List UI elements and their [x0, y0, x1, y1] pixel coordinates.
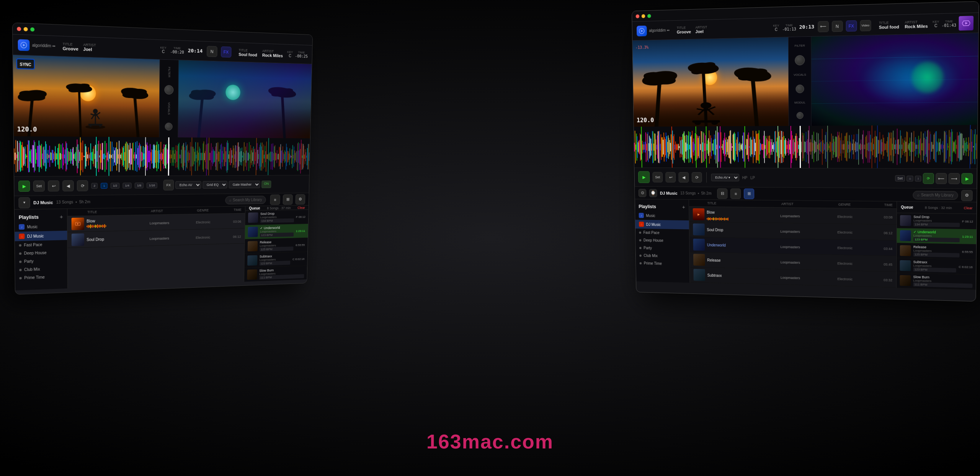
front-clear-btn[interactable]: Clear — [964, 206, 973, 210]
front-tempo-btn[interactable]: ↕ — [915, 176, 921, 181]
back-fx-btn[interactable]: FX — [221, 46, 231, 57]
front-filter-btn[interactable]: ⊟ — [717, 188, 728, 199]
back-grid-view-btn[interactable]: ⊞ — [283, 194, 293, 205]
front-close-btn[interactable] — [636, 14, 640, 18]
front-n-btn[interactable]: N — [832, 21, 843, 32]
svg-rect-46 — [104, 224, 105, 228]
svg-rect-31 — [87, 225, 87, 227]
back-queue-item-release[interactable]: Release Loopmasters 125 BPM 6:55:55 — [245, 238, 308, 254]
front-play-btn[interactable]: ▶ — [638, 171, 650, 183]
front-collapse-btn[interactable]: ⊙ — [639, 189, 647, 197]
front-loop-back-btn[interactable]: ↩ — [665, 172, 676, 183]
front-search-box[interactable]: ⌕ Search My Library — [913, 191, 958, 199]
front-settings-btn[interactable]: ⚙ — [961, 190, 973, 201]
back-loop-quarter[interactable]: 1/4 — [122, 183, 131, 188]
front-clock-btn[interactable]: ⌚ — [649, 189, 657, 197]
svg-rect-82 — [714, 218, 715, 220]
back-queue-item-slow-burn[interactable]: Slow Burn Loopmasters 111 BPM — [244, 266, 307, 282]
front-queue-item-slow-burn[interactable]: Slow Burn Loopmasters 111 BPM — [897, 273, 976, 290]
back-on-btn[interactable]: ON — [261, 181, 271, 188]
back-track-row-soul-drop[interactable]: Soul Drop Loopmasters Electronic 06:12 — [67, 228, 245, 248]
back-left-artist-value: Joel — [83, 47, 96, 52]
back-play-btn[interactable]: ▶ — [18, 181, 30, 192]
front-add-playlist-btn[interactable]: + — [682, 204, 685, 210]
front-filter-knob[interactable] — [795, 55, 805, 65]
back-search-box[interactable]: ⌕ Search My Library — [225, 196, 266, 204]
back-loop-1[interactable]: 1 — [101, 183, 108, 188]
front-dot-party — [639, 247, 642, 249]
front-set-btn[interactable]: Set — [652, 172, 663, 182]
back-settings-btn[interactable]: ⚙ — [296, 194, 305, 204]
front-prev-cue-btn[interactable]: ◀ — [678, 172, 689, 183]
back-playlist-prime-time[interactable]: Prime Time — [15, 272, 67, 282]
back-echo-select[interactable]: Echo AV — [175, 181, 201, 189]
front-queue-item-soul-drop[interactable]: Soul Drop Loopmasters 134 BPM F 06:12 — [897, 213, 977, 229]
back-playlist-music[interactable]: ♪ Music — [15, 222, 67, 232]
front-playlist-fast-pace[interactable]: Fast Pace — [635, 228, 689, 237]
front-queue-panel: Queue 8 Songs · 32 min Clear Soul Drop L… — [896, 202, 977, 290]
front-music-icon: ♪ — [639, 213, 644, 218]
back-grid-select[interactable]: Grid EQ — [203, 181, 227, 189]
back-fx-load-btn[interactable]: FX — [163, 180, 174, 191]
front-grid-view-btn[interactable]: ⊞ — [744, 188, 754, 199]
back-filter-knob[interactable] — [164, 85, 173, 95]
back-loop-toggle-btn[interactable]: ⟳ — [77, 180, 88, 191]
front-fx-btn[interactable]: FX — [846, 20, 857, 31]
front-playlist-party[interactable]: Party — [636, 244, 689, 253]
back-queue-item-subtraxx[interactable]: Subtraxx Loopmasters 123 BPM C 6:02:16 — [245, 252, 308, 268]
back-queue-item-underworld[interactable]: ✓ Underworld Loopmasters 123 BPM 1:23:11 — [245, 224, 308, 240]
back-queue-item-soul-drop[interactable]: Soul Drop Loopmasters 134 BPM F 06:12 — [245, 210, 308, 225]
front-minimize-btn[interactable] — [642, 14, 645, 18]
back-gate-select[interactable]: Gate Masher — [229, 181, 260, 188]
front-playlist-prime-time[interactable]: Prime Time — [636, 259, 689, 268]
front-maximize-btn[interactable] — [647, 14, 651, 18]
back-playlist-panel: Playlists + ♪ Music ♫ DJ Music Fast Pace — [15, 209, 68, 290]
front-fx-select-echo[interactable]: Echo AV ▾ — [711, 174, 739, 181]
front-vocals-knob[interactable] — [795, 85, 804, 93]
back-collapse-btn[interactable]: ▼ — [18, 197, 30, 208]
svg-rect-76 — [708, 217, 709, 220]
back-playlist-dj-music[interactable]: ♫ DJ Music — [15, 231, 67, 241]
front-center-mixer: FILTER VOCALS MODUL — [788, 37, 812, 126]
front-modul-knob[interactable] — [797, 112, 804, 119]
front-list-view-btn[interactable]: ≡ — [730, 188, 741, 199]
front-left-time: -01:13 — [782, 27, 796, 31]
back-loop-sixteenth[interactable]: 1/16 — [147, 182, 157, 188]
back-set-btn[interactable]: Set — [33, 181, 45, 192]
minimize-btn[interactable] — [24, 27, 28, 31]
svg-line-56 — [753, 77, 757, 126]
front-loop-size-set[interactable]: Set — [895, 175, 905, 181]
front-playlist-deep-house[interactable]: Deep House — [635, 236, 689, 245]
back-loop-eighth[interactable]: 1/8 — [135, 183, 144, 188]
close-btn[interactable] — [17, 27, 21, 31]
back-vocals-knob[interactable] — [165, 123, 173, 130]
front-playlist-dj-music[interactable]: ♫ DJ Music — [635, 220, 689, 229]
front-queue-item-underworld[interactable]: ✓ Underworld Loopmasters 123 BPM 1:23:11 — [897, 228, 977, 245]
front-queue-item-release[interactable]: Release Loopmasters 125 BPM 6:55:55 — [897, 243, 976, 260]
front-sync-right-btn[interactable]: ⟳ — [923, 173, 934, 184]
back-time-value: -00:20 — [170, 49, 184, 54]
back-loop-btn[interactable]: ↩ — [48, 180, 59, 191]
front-hp-label: HP — [742, 176, 748, 180]
front-play-right-btn[interactable]: ▶ — [961, 173, 973, 184]
front-loop-sync-btn[interactable]: ⟳ — [692, 172, 702, 183]
back-loop-half[interactable]: 1/2 — [111, 183, 120, 188]
back-prev-cue-btn[interactable]: ◀ — [62, 180, 74, 191]
maximize-btn[interactable] — [30, 27, 34, 31]
front-video-btn[interactable]: Video — [860, 20, 871, 31]
front-loop-in-btn[interactable]: ⟵ — [936, 173, 947, 184]
back-loop-2[interactable]: 2 — [91, 183, 98, 188]
front-playlist-music[interactable]: ♪ Music — [635, 211, 689, 220]
front-cue-right-btn[interactable]: ⟶ — [949, 173, 960, 184]
front-queue-item-subtraxx[interactable]: Subtraxx Loopmasters 123 BPM C 6:02:16 — [897, 258, 976, 275]
svg-rect-40 — [97, 224, 98, 228]
front-cue-btn[interactable]: ⌂ — [906, 176, 913, 181]
front-controls-strip: ▶ Set ↩ ◀ ⟳ Echo AV ▾ HP LP Set ⌂ ↕ ⟳ ⟵ … — [634, 168, 977, 189]
back-clear-btn[interactable]: Clear — [297, 206, 305, 210]
front-prev-track-btn[interactable]: ⟵ — [818, 21, 828, 32]
back-left-sync-btn[interactable]: SYNC — [16, 59, 35, 70]
back-list-view-btn[interactable]: ≡ — [270, 194, 280, 205]
svg-rect-81 — [713, 217, 714, 220]
back-add-playlist-btn[interactable]: + — [60, 214, 63, 220]
back-n-btn[interactable]: N — [207, 46, 217, 57]
